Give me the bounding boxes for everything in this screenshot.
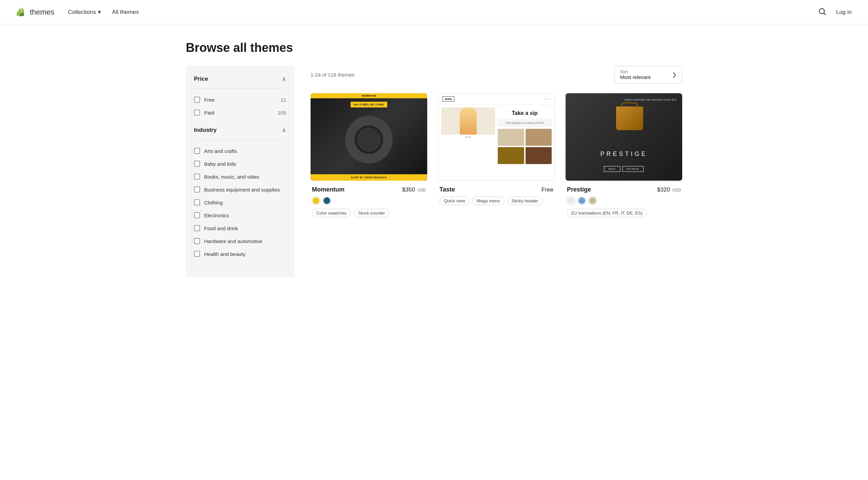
sidebar: Price ∧ Free 11 Paid [186,66,294,277]
theme-grid: MOMENTUM SHOP BY PERFORMANCE BUY 3 TIRES… [311,93,682,217]
filter-count-free: 11 [280,97,286,103]
checkbox-industry-7[interactable] [194,238,200,244]
filter-option-industry-3[interactable]: Business equipment and supplies [194,184,286,195]
color-swatch-2-0[interactable] [567,197,575,205]
main-nav: Collections ▾ All themes [68,8,139,16]
theme-tag-0-0: Color swatches [312,209,351,217]
checkbox-industry-1[interactable] [194,161,200,167]
page-title-section: Browse all themes [186,24,682,66]
industry-filter-header[interactable]: Industry ∧ [194,126,286,140]
theme-price-1: Free [541,186,553,193]
filter-option-industry-5[interactable]: Electronics [194,209,286,221]
price-filter-section: Price ∧ Free 11 Paid [194,75,286,118]
logo[interactable]: themes [16,7,54,17]
search-icon [818,7,827,16]
chevron-down-icon: ▾ [98,8,101,16]
theme-price-2: $320 USD [657,186,681,193]
checkbox-industry-8[interactable] [194,251,200,257]
checkbox-industry-3[interactable] [194,186,200,193]
nav-all-themes[interactable]: All themes [112,9,139,16]
nav-collections[interactable]: Collections ▾ [68,8,101,16]
filter-label-industry-3: Business equipment and supplies [204,187,280,193]
theme-info-2: Prestige $320 USD EU translations (EN, F… [566,186,682,217]
sort-chevron-icon: ❯ [672,72,676,78]
theme-price-0: $350 USD [402,186,426,193]
shopify-logo-icon [16,7,26,17]
theme-preview-momentum: MOMENTUM SHOP BY PERFORMANCE BUY 3 TIRES… [311,93,427,181]
content-layout: Price ∧ Free 11 Paid [186,66,682,277]
svg-point-0 [819,8,824,14]
filter-option-industry-6[interactable]: Food and drink [194,222,286,234]
sort-dropdown[interactable]: Sort Most relevant ❯ [614,66,682,84]
price-chevron-icon: ∧ [282,75,286,83]
filter-option-industry-7[interactable]: Hardware and automotive [194,235,286,247]
price-free-1: Free [541,186,553,193]
page-title: Browse all themes [186,41,682,55]
filter-label-industry-2: Books, music, and video [204,174,259,180]
checkbox-industry-0[interactable] [194,148,200,154]
theme-info-1: Taste Free Quick viewMega menuSticky hea… [438,186,555,205]
theme-card-taste[interactable]: taste ○ ○ ○ $4.99 Take [438,93,555,217]
logo-text: themes [30,8,54,17]
color-swatch-0-0[interactable] [312,197,320,205]
filter-option-paid[interactable]: Paid 105 [194,107,286,118]
color-swatch-2-1[interactable] [578,197,586,205]
login-button[interactable]: Log in [836,9,852,16]
theme-colors-0 [312,197,426,205]
header: themes Collections ▾ All themes Log in [0,0,868,24]
filter-option-free[interactable]: Free 11 [194,94,286,105]
filter-option-industry-2[interactable]: Books, music, and video [194,171,286,182]
industry-filter-title: Industry [194,127,217,134]
price-filter-options: Free 11 Paid 105 [194,94,286,118]
color-swatch-0-1[interactable] [323,197,331,205]
checkbox-free[interactable] [194,97,200,103]
theme-colors-2 [567,197,681,205]
filter-label-free: Free [204,97,215,103]
results-count: 1-24 of 116 themes [311,72,354,78]
theme-tags-1: Quick viewMega menuSticky header [439,197,553,205]
price-currency-2: USD [672,188,681,193]
industry-chevron-icon: ∧ [282,126,286,134]
theme-preview-taste: taste ○ ○ ○ $4.99 Take [438,93,555,181]
theme-tags-0: Color swatchesStock counter [312,209,426,217]
filter-option-industry-0[interactable]: Arts and crafts [194,145,286,157]
theme-tag-1-0: Quick view [439,197,470,205]
header-right: Log in [816,6,852,18]
filter-option-industry-4[interactable]: Clothing [194,197,286,208]
filter-label-industry-1: Baby and kids [204,161,236,167]
sort-label: Sort [620,69,669,74]
sort-value: Most relevant [620,74,669,80]
theme-tag-1-2: Sticky header [507,197,543,205]
checkbox-industry-6[interactable] [194,225,200,231]
filter-option-industry-8[interactable]: Health and beauty [194,248,286,260]
search-button[interactable] [816,6,828,18]
checkbox-industry-4[interactable] [194,199,200,205]
theme-preview-prestige: PRESTIGE MEN WOMEN FREE SHIPPING ON ORDE… [566,93,682,181]
theme-card-momentum[interactable]: MOMENTUM SHOP BY PERFORMANCE BUY 3 TIRES… [311,93,427,217]
price-filter-header[interactable]: Price ∧ [194,75,286,88]
filter-label-industry-6: Food and drink [204,225,238,231]
results-toolbar: 1-24 of 116 themes Sort Most relevant ❯ [311,66,682,84]
theme-tag-0-1: Stock counter [354,209,390,217]
theme-card-prestige[interactable]: PRESTIGE MEN WOMEN FREE SHIPPING ON ORDE… [566,93,682,217]
color-swatch-2-2[interactable] [589,197,597,205]
main-content: 1-24 of 116 themes Sort Most relevant ❯ … [311,66,682,217]
filter-label-industry-4: Clothing [204,200,223,205]
theme-tag-1-1: Mega menu [472,197,505,205]
svg-line-1 [824,13,826,15]
checkbox-industry-5[interactable] [194,212,200,218]
checkbox-paid[interactable] [194,109,200,116]
price-filter-title: Price [194,76,208,82]
industry-filter-options: Arts and crafts Baby and kids Books, mus… [194,145,286,260]
filter-count-paid: 105 [278,110,286,116]
filter-label-industry-7: Hardware and automotive [204,238,262,244]
theme-name-1: Taste [439,186,455,193]
theme-name-0: Momentum [312,186,344,193]
checkbox-industry-2[interactable] [194,174,200,180]
theme-tag-2-0: EU translations (EN, FR, IT, DE, ES) [567,209,647,217]
filter-option-industry-1[interactable]: Baby and kids [194,158,286,169]
theme-name-2: Prestige [567,186,591,193]
theme-name-row-1: Taste Free [439,186,553,193]
theme-tags-2: EU translations (EN, FR, IT, DE, ES) [567,209,681,217]
theme-info-0: Momentum $350 USD Color swatchesStock co… [311,186,427,217]
